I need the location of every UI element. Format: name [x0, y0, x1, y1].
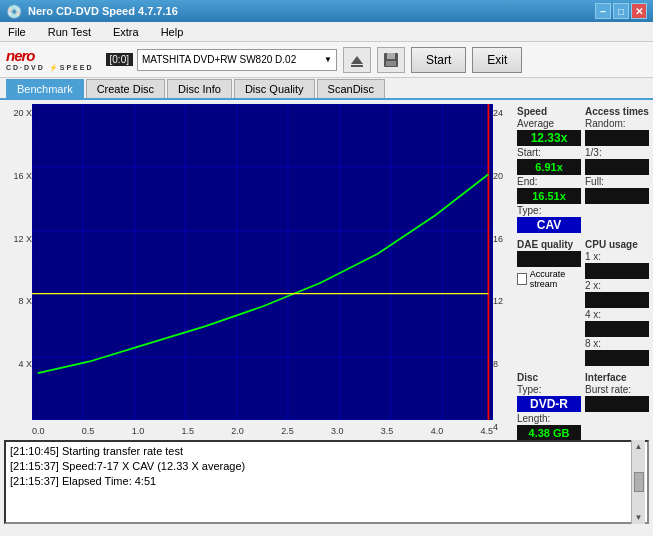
y-right-5: 4 — [493, 422, 498, 432]
tab-create-disc[interactable]: Create Disc — [86, 79, 165, 98]
y-right-3: 12 — [493, 296, 503, 306]
cpu-8x-label: 8 x: — [585, 338, 649, 349]
log-container: [21:10:45] Starting transfer rate test [… — [4, 440, 649, 524]
disc-type-sub: Type: — [517, 384, 581, 395]
maximize-button[interactable]: □ — [613, 3, 629, 19]
save-icon — [383, 52, 399, 68]
x-label-3: 1.5 — [181, 426, 194, 436]
x-axis: 0.0 0.5 1.0 1.5 2.0 2.5 3.0 3.5 4.0 4.5 — [32, 422, 493, 436]
chart-svg — [32, 104, 493, 420]
cpu-4x-value — [585, 321, 649, 337]
menu-help[interactable]: Help — [157, 24, 188, 40]
random-value — [585, 130, 649, 146]
log-line-0: [21:10:45] Starting transfer rate test — [10, 444, 629, 459]
x-label-1: 0.5 — [82, 426, 95, 436]
x-label-2: 1.0 — [132, 426, 145, 436]
disc-type-header: Disc — [517, 372, 581, 383]
onethird-label: 1/3: — [585, 147, 649, 158]
y-label-2: 12 X — [13, 234, 32, 244]
cpu-section: CPU usage 1 x: 2 x: 4 x: 8 x: — [585, 237, 649, 366]
speed-section: Speed Average 12.33x Start: 6.91x End: 1… — [517, 104, 581, 233]
scrollbar-up-arrow[interactable]: ▲ — [635, 442, 643, 451]
tab-benchmark[interactable]: Benchmark — [6, 79, 84, 98]
random-label: Random: — [585, 118, 649, 129]
nero-logo-text: nero — [6, 47, 35, 64]
svg-rect-1 — [351, 65, 363, 67]
full-value — [585, 188, 649, 204]
svg-rect-4 — [386, 61, 396, 66]
y-axis-right: 24 20 16 12 8 4 — [493, 104, 513, 436]
speed-start-label: Start: — [517, 147, 581, 158]
chart-canvas-area — [32, 104, 493, 420]
menu-file[interactable]: File — [4, 24, 30, 40]
y-label-0: 20 X — [13, 108, 32, 118]
speed-average-label: Average — [517, 118, 581, 129]
scrollbar-down-arrow[interactable]: ▼ — [635, 513, 643, 522]
log-area: [21:10:45] Starting transfer rate test [… — [4, 440, 649, 524]
disc-section: Disc Type: DVD-R Length: 4.38 GB — [517, 370, 581, 441]
minimize-button[interactable]: – — [595, 3, 611, 19]
full-label: Full: — [585, 176, 649, 187]
start-button[interactable]: Start — [411, 47, 466, 73]
disc-interface-row: Disc Type: DVD-R Length: 4.38 GB Interfa… — [517, 370, 649, 441]
cpu-1x-value — [585, 263, 649, 279]
dropdown-arrow-icon: ▼ — [324, 55, 332, 64]
nero-logo-sub: CD·DVD ⚡SPEED — [6, 64, 94, 72]
drive-index-label: [0:0] — [106, 53, 133, 66]
dae-title: DAE quality — [517, 239, 581, 250]
speed-access-row: Speed Average 12.33x Start: 6.91x End: 1… — [517, 104, 649, 233]
dae-value — [517, 251, 581, 267]
speed-type-label: Type: — [517, 205, 581, 216]
y-axis-left: 20 X 16 X 12 X 8 X 4 X — [4, 104, 32, 436]
log-scrollbar[interactable]: ▲ ▼ — [631, 440, 645, 524]
y-label-1: 16 X — [13, 171, 32, 181]
disc-length-label: Length: — [517, 413, 581, 424]
onethird-value — [585, 159, 649, 175]
chart-wrapper: 20 X 16 X 12 X 8 X 4 X — [4, 104, 513, 436]
cpu-8x-value — [585, 350, 649, 366]
speed-type-value: CAV — [517, 217, 581, 233]
close-button[interactable]: ✕ — [631, 3, 647, 19]
speed-start-value: 6.91x — [517, 159, 581, 175]
x-label-4: 2.0 — [231, 426, 244, 436]
cpu-1x-label: 1 x: — [585, 251, 649, 262]
cpu-4x-label: 4 x: — [585, 309, 649, 320]
tab-disc-info[interactable]: Disc Info — [167, 79, 232, 98]
accurate-stream-checkbox[interactable] — [517, 273, 527, 285]
y-right-2: 16 — [493, 234, 503, 244]
accurate-stream-row: Accurate stream — [517, 269, 581, 289]
speed-title: Speed — [517, 106, 581, 117]
tab-disc-quality[interactable]: Disc Quality — [234, 79, 315, 98]
save-button[interactable] — [377, 47, 405, 73]
log-line-2: [21:15:37] Elapsed Time: 4:51 — [10, 474, 629, 489]
x-label-7: 3.5 — [381, 426, 394, 436]
interface-title: Interface — [585, 372, 649, 383]
speed-average-value: 12.33x — [517, 130, 581, 146]
scrollbar-thumb[interactable] — [634, 472, 644, 492]
x-label-6: 3.0 — [331, 426, 344, 436]
menu-run-test[interactable]: Run Test — [44, 24, 95, 40]
access-times-title: Access times — [585, 106, 649, 117]
dae-cpu-row: DAE quality Accurate stream CPU usage 1 … — [517, 237, 649, 366]
cpu-2x-label: 2 x: — [585, 280, 649, 291]
exit-button[interactable]: Exit — [472, 47, 522, 73]
burst-label: Burst rate: — [585, 384, 649, 395]
eject-button[interactable] — [343, 47, 371, 73]
y-label-3: 8 X — [18, 296, 32, 306]
menu-extra[interactable]: Extra — [109, 24, 143, 40]
drive-dropdown[interactable]: MATSHITA DVD+RW SW820 D.02 ▼ — [137, 49, 337, 71]
eject-icon — [349, 52, 365, 68]
disc-type-value: DVD-R — [517, 396, 581, 412]
tab-scan-disc[interactable]: ScanDisc — [317, 79, 385, 98]
x-label-9: 4.5 — [480, 426, 493, 436]
x-label-8: 4.0 — [431, 426, 444, 436]
y-label-4: 4 X — [18, 359, 32, 369]
accurate-stream-label: Accurate stream — [530, 269, 581, 289]
y-right-1: 20 — [493, 171, 503, 181]
svg-marker-0 — [351, 56, 363, 64]
tabs: Benchmark Create Disc Disc Info Disc Qua… — [0, 78, 653, 100]
x-label-0: 0.0 — [32, 426, 45, 436]
access-times-section: Access times Random: 1/3: Full: — [585, 104, 649, 233]
svg-rect-3 — [387, 53, 395, 59]
menu-bar: File Run Test Extra Help — [0, 22, 653, 42]
